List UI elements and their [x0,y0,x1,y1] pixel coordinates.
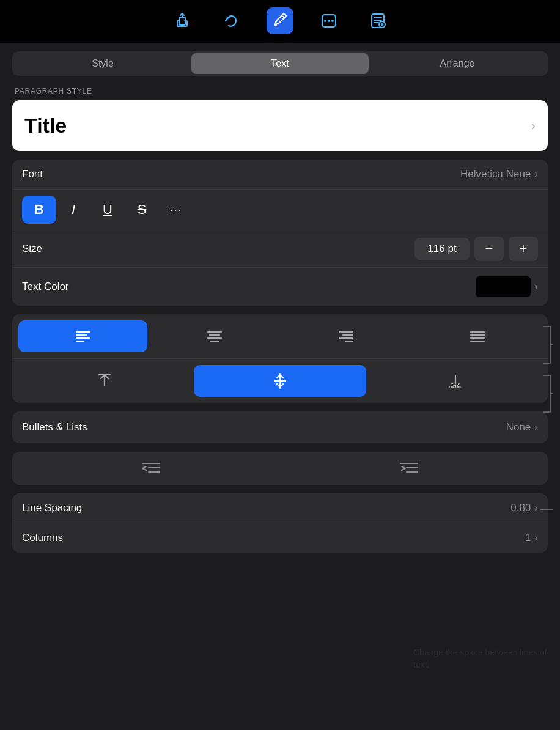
columns-row[interactable]: Columns 1 › [12,523,548,553]
bottom-settings-section: Line Spacing 0.80 › Columns 1 › Change t… [12,493,548,553]
align-top-button[interactable] [18,365,191,397]
align-justify-button[interactable] [413,320,542,352]
indent-button[interactable] [280,460,538,476]
undo-icon[interactable] [218,7,245,34]
svg-point-3 [328,20,330,22]
horizontal-align-row [12,314,548,359]
markup-icon[interactable] [267,7,293,34]
line-spacing-label: Line Spacing [22,502,82,514]
document-icon[interactable] [364,7,391,34]
align-middle-button[interactable] [194,365,367,397]
size-decrement-button[interactable]: − [474,237,504,261]
annotation-line-spacing-text: Change the space between lines of text. [413,647,548,671]
content-area: PARAGRAPH STYLE Title › Font Helvetica N… [0,87,560,553]
tab-style[interactable]: Style [14,53,191,74]
columns-value: 1 [525,532,531,544]
text-color-label: Text Color [22,281,69,293]
font-row[interactable]: Font Helvetica Neue › [12,160,548,190]
text-color-row[interactable]: Text Color › [12,268,548,306]
align-center-button[interactable] [150,320,279,352]
size-value: 116 pt [414,238,470,260]
font-settings-card: Font Helvetica Neue › B I U S ··· Size 1… [12,160,548,306]
line-spacing-row[interactable]: Line Spacing 0.80 › [12,493,548,523]
underline-button[interactable]: U [90,196,125,224]
paragraph-style-card[interactable]: Title › [12,100,548,151]
more-styles-button[interactable]: ··· [159,196,193,224]
tab-text[interactable]: Text [191,53,369,74]
font-label: Font [22,168,43,180]
horizontal-annotation-bracket [540,320,553,369]
more-icon[interactable] [315,7,342,34]
strikethrough-button[interactable]: S [125,196,159,224]
svg-point-4 [331,20,334,22]
annotation-vertical-text: Align text vertically in an object. [413,428,548,440]
svg-point-1 [274,24,277,26]
annotation-horizontal-text: Align or justify text horizontally. [413,380,548,393]
line-spacing-value: 0.80 [510,502,531,514]
text-color-chevron: › [534,281,538,293]
paragraph-style-label: PARAGRAPH STYLE [15,87,548,95]
tab-arrange[interactable]: Arrange [369,53,546,74]
text-color-value-container: › [476,276,538,297]
toolbar [0,0,560,43]
size-increment-button[interactable]: + [509,237,538,261]
text-color-swatch[interactable] [476,276,531,297]
font-style-row: B I U S ··· [12,190,548,230]
columns-value-container: 1 › [525,532,538,544]
paragraph-style-chevron: › [531,119,536,133]
line-spacing-annotation-line [540,504,553,514]
font-value: Helvetica Neue [460,168,531,180]
bullets-label: Bullets & Lists [22,421,87,433]
indent-card [12,452,548,485]
align-left-button[interactable] [18,320,147,352]
line-spacing-chevron: › [534,502,538,514]
font-value-container: Helvetica Neue › [460,168,538,180]
bold-button[interactable]: B [22,196,56,224]
columns-label: Columns [22,532,63,544]
tab-bar: Style Text Arrange [12,51,548,76]
share-icon[interactable] [169,7,196,34]
vertical-annotation-bracket [540,369,553,418]
align-right-button[interactable] [281,320,410,352]
italic-button[interactable]: I [56,196,90,224]
bottom-settings-card: Line Spacing 0.80 › Columns 1 › [12,493,548,553]
columns-chevron: › [534,532,538,544]
size-label: Size [22,243,42,255]
size-controls: 116 pt − + [414,237,538,261]
paragraph-style-value: Title [24,114,67,138]
outdent-button[interactable] [22,460,280,476]
line-spacing-value-container: 0.80 › [510,502,538,514]
svg-point-2 [324,20,326,22]
font-chevron: › [534,168,538,180]
size-row: Size 116 pt − + [12,230,548,268]
svg-point-11 [381,23,383,26]
